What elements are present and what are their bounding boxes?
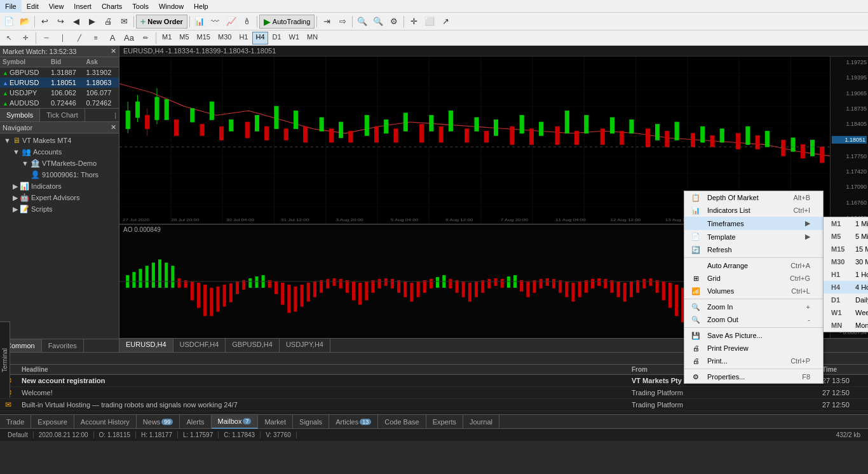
line-btn[interactable]: ⬜ (422, 15, 437, 29)
table-row[interactable]: ▲AUDUSD 0.72446 0.72462 (0, 98, 119, 108)
pencil-btn[interactable]: ✏ (138, 31, 153, 45)
navigator-close[interactable]: ✕ (111, 123, 116, 132)
menu-file[interactable]: File (0, 0, 22, 13)
terminal-row[interactable]: ✉ Welcome! Trading Platform 27 12:50 (0, 387, 868, 399)
crosshair2-btn[interactable]: ✛ (18, 31, 33, 45)
tf-m15[interactable]: M15 (194, 32, 214, 44)
label-btn[interactable]: Aa (121, 31, 137, 45)
tab-articles[interactable]: Articles13 (329, 415, 378, 429)
tf-m5[interactable]: M5 (176, 32, 192, 44)
tf-w1[interactable]: W1 (286, 32, 303, 44)
tf-sub-m30[interactable]: M3030 Minutes (824, 255, 868, 268)
auto-scroll-btn[interactable]: ⇨ (335, 15, 350, 29)
bar-btn[interactable]: 📈 (224, 15, 239, 29)
ctx-properties[interactable]: ⚙ Properties... F8 (684, 370, 823, 383)
tf-mn[interactable]: MN (304, 32, 321, 44)
tab-favorites[interactable]: Favorites (42, 339, 84, 352)
menu-window[interactable]: Window (154, 0, 189, 13)
tab-mailbox[interactable]: Mailbox7 (212, 415, 259, 429)
crosshair-btn[interactable]: ✛ (406, 15, 421, 29)
chart-shift-btn[interactable]: ⇥ (319, 15, 334, 29)
candle-btn[interactable]: 🕯 (240, 15, 255, 29)
tf-sub-m1[interactable]: M11 Minute (824, 217, 868, 230)
arrow-btn[interactable]: ↗ (438, 15, 453, 29)
tab-market[interactable]: Market (258, 415, 293, 429)
tf-sub-w1[interactable]: W1Weekly (824, 306, 868, 319)
mw-tabs-more[interactable]: | (112, 109, 119, 121)
menu-insert[interactable]: Insert (69, 0, 97, 13)
tf-sub-h1[interactable]: H11 Hour (824, 268, 868, 281)
chart-tab-usdchf[interactable]: USDCHF,H4 (173, 339, 226, 352)
menu-help[interactable]: Help (189, 0, 214, 13)
undo-btn[interactable]: ↩ (37, 15, 52, 29)
ctx-timeframes[interactable]: Timeframes ▶ M11 Minute M55 Minutes M151… (684, 217, 823, 230)
tab-signals[interactable]: Signals (293, 415, 329, 429)
ctx-print[interactable]: 🖨 Print... Ctrl+P (684, 355, 823, 367)
ctx-refresh[interactable]: 🔄 Refresh (684, 243, 823, 256)
chart-tab-usdjpy[interactable]: USDJPY,H4 (280, 339, 330, 352)
tab-symbols[interactable]: Symbols (0, 109, 40, 121)
open-btn[interactable]: 📂 (17, 15, 32, 29)
vline-btn[interactable]: │ (55, 31, 71, 45)
tab-code-base[interactable]: Code Base (378, 415, 426, 429)
ctx-grid[interactable]: ⊞ Grid Ctrl+G (684, 272, 823, 285)
menu-view[interactable]: View (44, 0, 69, 13)
ctx-zoom-in[interactable]: 🔍 Zoom In + (684, 301, 823, 313)
nav-item-user[interactable]: 👤 910009061: Thors (1, 169, 118, 180)
menu-charts[interactable]: Charts (97, 0, 127, 13)
nav-item-ea[interactable]: ▶ 🤖 Expert Advisors (1, 192, 118, 203)
cursor-btn[interactable]: ↖ (1, 31, 17, 45)
tf-m30[interactable]: M30 (215, 32, 234, 44)
ctx-volumes[interactable]: 📶 Volumes Ctrl+L (684, 285, 823, 297)
tf-sub-mn[interactable]: MNMonthly (824, 319, 868, 332)
chart-tab-gbpusd[interactable]: GBPUSD,H4 (226, 339, 280, 352)
tab-tick-chart[interactable]: Tick Chart (40, 109, 85, 121)
zoom-in-btn[interactable]: 🔍 (355, 15, 370, 29)
tick-btn[interactable]: 〰 (208, 15, 223, 29)
ctx-depth-of-market[interactable]: 📋 Depth Of Market Alt+B (684, 191, 823, 204)
tf-sub-m5[interactable]: M55 Minutes (824, 230, 868, 243)
redo-btn[interactable]: ↪ (53, 15, 68, 29)
ctx-zoom-out[interactable]: 🔍 Zoom Out - (684, 313, 823, 326)
back-btn[interactable]: ◀ (69, 15, 84, 29)
ctx-save-as-picture[interactable]: 💾 Save As Picture... (684, 329, 823, 342)
chart-type-btn[interactable]: 📊 (192, 15, 207, 29)
tab-trade[interactable]: Trade (0, 415, 31, 429)
tab-news[interactable]: News99 (137, 415, 180, 429)
tf-h1[interactable]: H1 (236, 32, 251, 44)
zoom-out-btn[interactable]: 🔍 (370, 15, 386, 29)
menu-edit[interactable]: Edit (22, 0, 44, 13)
new-order-btn[interactable]: + New Order (136, 15, 187, 29)
nav-item-indicators[interactable]: ▶ 📊 Indicators (1, 180, 118, 192)
text-btn[interactable]: A (105, 31, 120, 45)
tab-journal[interactable]: Journal (463, 415, 499, 429)
tf-h4[interactable]: H4 (252, 32, 268, 44)
fwd-btn[interactable]: ▶ (85, 15, 100, 29)
fib-btn[interactable]: ≡ (88, 31, 104, 45)
tab-account-history[interactable]: Account History (74, 415, 137, 429)
new-file-btn[interactable]: 📄 (1, 15, 17, 29)
print-btn[interactable]: 🖨 (100, 15, 116, 29)
table-row[interactable]: ▲USDJPY 106.062 106.077 (0, 88, 119, 98)
table-row[interactable]: ▲GBPUSD 1.31887 1.31902 (0, 67, 119, 78)
hline-btn[interactable]: ─ (39, 31, 54, 45)
chart-tab-eurusd[interactable]: EURUSD,H4 (119, 339, 173, 352)
terminal-row[interactable]: ✉ Built-in Virtual Hosting — trading rob… (0, 399, 868, 411)
tab-exposure[interactable]: Exposure (31, 415, 74, 429)
tab-experts[interactable]: Experts (426, 415, 463, 429)
ctx-print-preview[interactable]: 🖨 Print Preview (684, 342, 823, 355)
ctx-indicators-list[interactable]: 📊 Indicators List Ctrl+I (684, 204, 823, 217)
table-row[interactable]: ▲EURUSD 1.18051 1.18063 (0, 78, 119, 88)
trendline-btn[interactable]: ╱ (72, 31, 87, 45)
mail-btn[interactable]: ✉ (116, 15, 132, 29)
tf-sub-d1[interactable]: D1Daily (824, 294, 868, 306)
tab-alerts[interactable]: Alerts (180, 415, 211, 429)
nav-item-accounts[interactable]: ▼ 👥 Accounts (1, 146, 118, 158)
tf-m1[interactable]: M1 (159, 32, 175, 44)
tf-sub-h4[interactable]: H44 Hours (824, 281, 868, 294)
nav-item-vtmt4[interactable]: ▼ 🖥 VT Makets MT4 (1, 135, 118, 146)
market-watch-close[interactable]: ✕ (111, 47, 116, 55)
menu-tools[interactable]: Tools (127, 0, 154, 13)
auto-trading-btn[interactable]: ▶ AutoTrading (259, 15, 315, 29)
tf-sub-m15[interactable]: M1515 Minutes (824, 243, 868, 255)
